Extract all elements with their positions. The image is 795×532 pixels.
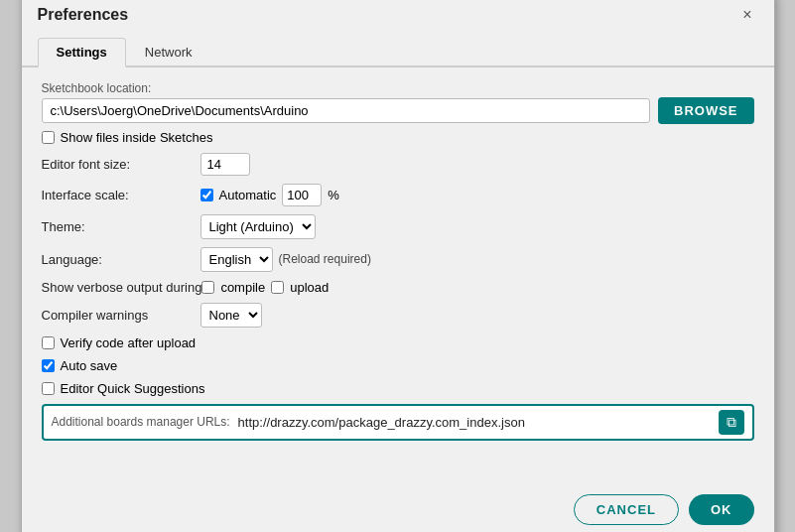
tab-settings[interactable]: Settings (38, 38, 126, 67)
font-size-input[interactable] (200, 153, 250, 176)
font-size-row: Editor font size: (42, 153, 754, 176)
verbose-row: Show verbose output during compile uploa… (42, 280, 754, 295)
theme-row: Theme: Light (Arduino) (42, 214, 754, 239)
editor-quick-checkbox[interactable] (42, 382, 55, 395)
url-row: Additional boards manager URLs: http://d… (42, 404, 754, 441)
reload-note: (Reload required) (279, 252, 371, 266)
sketchbook-path-row: BROWSE (42, 97, 754, 124)
verify-row: Verify code after upload (42, 335, 754, 350)
dialog-footer: CANCEL OK (22, 478, 774, 533)
interface-scale-row: Interface scale: Automatic % (42, 184, 754, 206)
sketchbook-path-input[interactable] (42, 98, 651, 123)
settings-content: Sketchbook location: BROWSE Show files i… (22, 67, 774, 459)
theme-label: Theme: (42, 219, 200, 234)
url-edit-icon: ⧉ (727, 414, 736, 431)
theme-dropdown[interactable]: Light (Arduino) (200, 214, 316, 239)
compile-checkbox[interactable] (201, 281, 214, 294)
percent-label: % (328, 188, 339, 202)
cancel-button[interactable]: CANCEL (574, 494, 679, 525)
auto-save-checkbox[interactable] (42, 359, 55, 372)
url-label: Additional boards manager URLs: (52, 415, 230, 429)
language-label: Language: (42, 252, 200, 267)
sketchbook-location-label: Sketchbook location: (42, 81, 754, 95)
language-dropdown[interactable]: English (200, 247, 273, 272)
browse-button[interactable]: BROWSE (658, 97, 754, 124)
verbose-controls: compile upload (201, 280, 329, 295)
show-files-label: Show files inside Sketches (61, 130, 213, 145)
interface-scale-label: Interface scale: (42, 188, 200, 202)
auto-save-row: Auto save (42, 358, 754, 373)
compile-label: compile (220, 280, 265, 295)
verbose-label: Show verbose output during (42, 280, 202, 295)
editor-quick-label: Editor Quick Suggestions (61, 381, 205, 396)
compiler-warnings-row: Compiler warnings None (42, 303, 754, 328)
compiler-warnings-dropdown[interactable]: None (200, 303, 262, 328)
url-value: http://drazzy.com/package_drazzy.com_ind… (238, 415, 719, 430)
upload-label: upload (290, 280, 329, 295)
auto-save-label: Auto save (61, 358, 118, 373)
automatic-checkbox[interactable] (200, 189, 213, 201)
editor-quick-row: Editor Quick Suggestions (42, 381, 754, 396)
tab-bar: Settings Network (22, 36, 774, 67)
preferences-dialog: Preferences × Settings Network Sketchboo… (21, 0, 775, 532)
verify-checkbox[interactable] (42, 336, 55, 349)
tab-network[interactable]: Network (126, 38, 211, 67)
upload-checkbox[interactable] (271, 281, 284, 294)
dialog-header: Preferences × (22, 0, 774, 26)
url-edit-button[interactable]: ⧉ (719, 410, 744, 435)
show-files-row: Show files inside Sketches (42, 130, 754, 145)
compiler-warnings-label: Compiler warnings (42, 308, 200, 323)
show-files-checkbox[interactable] (42, 131, 55, 144)
scale-value-input[interactable] (282, 184, 322, 206)
verify-label: Verify code after upload (61, 335, 197, 350)
font-size-label: Editor font size: (42, 157, 200, 172)
ok-button[interactable]: OK (689, 494, 754, 525)
language-row: Language: English (Reload required) (42, 247, 754, 272)
close-button[interactable]: × (736, 4, 757, 26)
automatic-label: Automatic (219, 188, 277, 202)
dialog-title: Preferences (38, 6, 129, 24)
interface-scale-controls: Automatic % (200, 184, 339, 206)
